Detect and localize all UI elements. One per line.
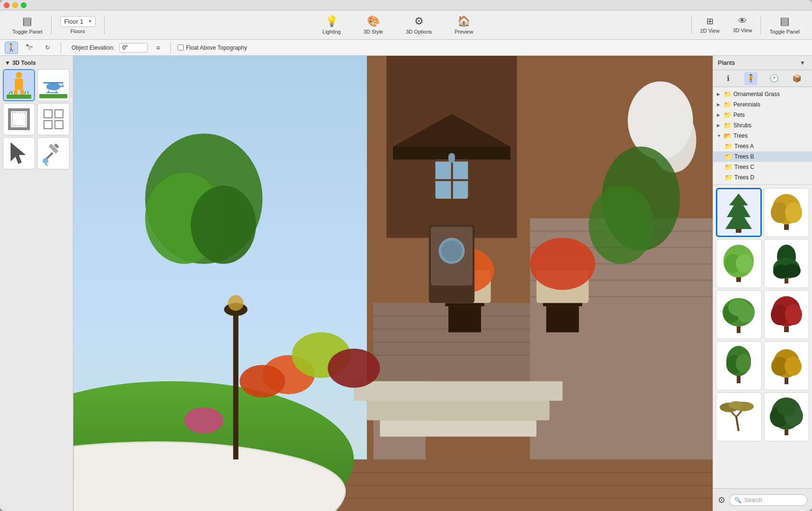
style-3d-button[interactable]: 🎨 3D Style <box>357 12 390 37</box>
view-2d-icon: ⊞ <box>706 16 714 26</box>
float-topography-checkbox[interactable] <box>178 44 184 51</box>
search-input[interactable] <box>744 497 802 503</box>
svg-rect-25 <box>44 121 52 129</box>
toggle-panel-right-label: Toggle Panel <box>769 29 800 35</box>
category-perennials[interactable]: ▶ 📁 Perennials <box>713 99 812 110</box>
svg-point-70 <box>240 365 285 397</box>
tree-8-icon <box>767 344 805 387</box>
traffic-lights <box>4 2 27 8</box>
view-2d-button[interactable]: ⊞ 2D View <box>694 13 726 36</box>
center-toolbar: 💡 Lighting 🎨 3D Style ⚙ 3D Options 🏠 Pre… <box>107 12 689 37</box>
tree-item-4[interactable] <box>764 239 810 288</box>
tree-item-7[interactable] <box>716 341 762 390</box>
svg-point-93 <box>441 240 462 261</box>
svg-marker-27 <box>11 143 25 164</box>
svg-rect-115 <box>737 326 741 333</box>
tree-item-9[interactable] <box>716 392 762 441</box>
toolbar2-separator2 <box>170 42 171 53</box>
tree-item-2[interactable] <box>764 188 810 237</box>
tree-item-1[interactable] <box>716 188 762 237</box>
svg-point-137 <box>777 399 796 416</box>
pointer-tool-button[interactable] <box>3 137 35 169</box>
plant-browser[interactable]: ▶ 📁 Ornamental Grass ▶ 📁 Perennials ▶ 📁 <box>713 87 812 488</box>
category-trees-b[interactable]: 📁 Trees B <box>713 151 812 162</box>
svg-rect-89 <box>448 153 455 163</box>
lighting-button[interactable]: 💡 Lighting <box>316 12 348 37</box>
svg-rect-26 <box>55 121 63 129</box>
helicopter-tool-icon <box>39 72 67 98</box>
maximize-button[interactable] <box>21 2 27 8</box>
perennials-folder-icon: 📁 <box>723 101 732 108</box>
panel-dropdown-button[interactable]: ▼ <box>798 59 807 67</box>
svg-line-128 <box>736 417 739 431</box>
orbit-tool-button[interactable]: ↻ <box>41 42 54 54</box>
close-button[interactable] <box>4 2 9 8</box>
arch-tool-button[interactable] <box>3 103 35 135</box>
svg-point-118 <box>785 304 802 325</box>
trees-arrow: ▼ <box>717 133 722 138</box>
svg-point-126 <box>785 357 802 376</box>
tree-item-10[interactable] <box>764 392 810 441</box>
svg-rect-21 <box>8 127 30 130</box>
options-3d-label: 3D Options <box>406 29 432 35</box>
separator-2 <box>104 16 105 35</box>
search-box[interactable]: 🔍 <box>729 494 807 506</box>
separator-1 <box>51 16 52 35</box>
preview-button[interactable]: 🏠 Preview <box>448 12 480 37</box>
view-3d-button[interactable]: 👁 3D View <box>726 13 759 36</box>
floors-select[interactable]: Floor 1 Floor 2 Floor 3 <box>60 16 96 27</box>
person-walk-tool-button[interactable]: 🚶 <box>5 42 18 54</box>
person-tool-button[interactable] <box>3 69 35 101</box>
elevation-list-icon[interactable]: ≡ <box>152 43 164 53</box>
lighting-icon: 💡 <box>325 15 338 27</box>
eyedrop-tool-button[interactable] <box>37 137 70 169</box>
trees-c-label: Trees C <box>734 164 808 170</box>
category-pets[interactable]: ▶ 📁 Pets <box>713 110 812 120</box>
tree-item-3[interactable] <box>716 239 762 288</box>
tree-item-8[interactable] <box>764 341 810 390</box>
floors-dropdown-wrapper[interactable]: Floor 1 Floor 2 Floor 3 <box>60 16 96 27</box>
cube-icon-button[interactable]: 📦 <box>790 72 803 85</box>
search-icon: 🔍 <box>734 497 741 503</box>
right-toolbar: ⊞ 2D View 👁 3D View <box>694 13 759 36</box>
select-tool-icon <box>40 106 67 132</box>
category-trees[interactable]: ▼ 📂 Trees <box>713 131 812 141</box>
category-trees-c[interactable]: 📁 Trees C <box>713 162 812 172</box>
select-tool-button[interactable] <box>37 103 70 135</box>
toggle-panel-right-button[interactable]: ▤ Toggle Panel <box>763 12 806 37</box>
toggle-panel-left-button[interactable]: ▤ Toggle Panel <box>6 12 49 37</box>
svg-point-36 <box>191 185 256 264</box>
category-trees-d[interactable]: 📁 Trees D <box>713 172 812 183</box>
ornamental-grass-label: Ornamental Grass <box>733 91 808 97</box>
bottom-bar: ⚙ 🔍 <box>713 488 812 511</box>
person-icon-button[interactable]: 🧍 <box>744 72 758 85</box>
options-3d-button[interactable]: ⚙ 3D Options <box>399 12 438 37</box>
dolly-tool-button[interactable]: 🔭 <box>23 42 36 54</box>
category-trees-a[interactable]: 📁 Trees A <box>713 141 812 151</box>
minimize-button[interactable] <box>12 2 18 8</box>
toggle-panel-right-icon: ▤ <box>780 15 790 27</box>
style-3d-icon: 🎨 <box>367 15 380 27</box>
ornamental-grass-folder-icon: 📁 <box>723 90 732 98</box>
right-panel-header: Plants ▼ <box>713 56 812 70</box>
helicopter-tool-button[interactable] <box>37 69 70 101</box>
float-topography-label[interactable]: Float Above Topography <box>178 44 247 51</box>
garden-scene-svg <box>73 56 713 511</box>
category-ornamental-grass[interactable]: ▶ 📁 Ornamental Grass <box>713 89 812 99</box>
gear-button[interactable]: ⚙ <box>718 495 725 505</box>
info-icon-button[interactable]: ℹ <box>722 72 735 85</box>
svg-point-100 <box>785 202 802 223</box>
svg-rect-66 <box>233 309 239 459</box>
svg-line-9 <box>27 91 28 94</box>
clock-icon-button[interactable]: 🕐 <box>767 72 781 85</box>
separator-4 <box>760 16 761 35</box>
eyedrop-tool-icon <box>42 140 65 167</box>
3d-view-canvas[interactable] <box>73 56 713 511</box>
svg-rect-18 <box>8 108 30 111</box>
tree-item-6[interactable] <box>764 290 810 339</box>
tree-item-5[interactable] <box>716 290 762 339</box>
svg-rect-57 <box>380 420 536 436</box>
svg-rect-20 <box>27 108 30 127</box>
object-elevation-input[interactable] <box>119 43 148 53</box>
category-shrubs[interactable]: ▶ 📁 Shrubs <box>713 120 812 131</box>
